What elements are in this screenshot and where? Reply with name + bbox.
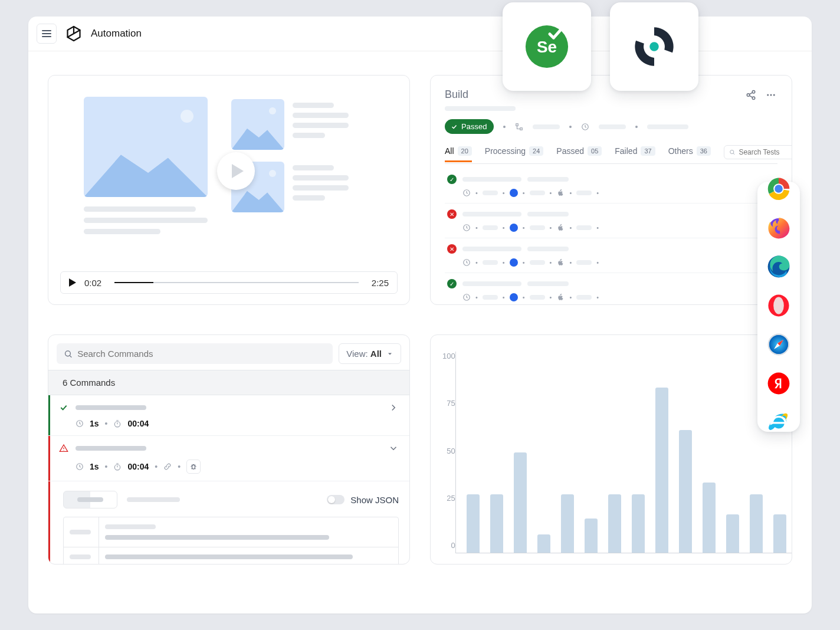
svg-rect-6 — [516, 123, 519, 126]
chart-bar — [773, 514, 786, 553]
command-detail-panel: Show JSON — [48, 481, 409, 565]
firefox-browser-item[interactable] — [767, 216, 790, 242]
svg-point-5 — [773, 94, 775, 96]
test-list: ✓ • • • • • • ✕ • • — [445, 169, 777, 305]
svg-text:Se: Se — [537, 38, 557, 56]
test-row[interactable]: ✓ • • • • • • — [445, 169, 777, 204]
test-row[interactable]: ✓ • • • • • • — [445, 273, 777, 305]
skeleton-line — [70, 554, 91, 559]
svg-point-4 — [770, 94, 772, 96]
detail-tab[interactable] — [63, 491, 117, 508]
test-row[interactable]: ✕ • • • • • • — [445, 204, 777, 238]
status-pill-label: Passed — [461, 122, 487, 131]
skeleton-line — [462, 247, 521, 251]
y-tick-label: 50 — [447, 447, 455, 455]
build-tab-all[interactable]: All20 — [445, 146, 472, 162]
command-timestamp: 00:04 — [127, 419, 149, 428]
play-icon[interactable] — [69, 278, 76, 287]
tests-search-input[interactable] — [724, 145, 792, 159]
build-tabs: All20Processing24Passed05Failed37Others3… — [445, 145, 777, 164]
y-tick-label: 0 — [451, 541, 455, 550]
skeleton-line — [293, 165, 334, 170]
svg-rect-7 — [520, 127, 523, 130]
skeleton-line — [293, 185, 349, 191]
chart-bar — [467, 494, 480, 553]
chrome-icon — [767, 177, 790, 201]
build-tab-others[interactable]: Others36 — [668, 146, 711, 162]
search-icon — [64, 349, 73, 359]
safari-browser-item[interactable] — [767, 333, 790, 359]
command-timestamp: 00:04 — [127, 462, 149, 471]
share-button[interactable] — [744, 88, 757, 101]
skeleton-line — [599, 124, 626, 129]
chart-bar — [490, 494, 503, 553]
chart-bar — [750, 494, 763, 553]
sync-logo-icon — [629, 21, 680, 72]
chart-bar — [632, 494, 645, 553]
skeleton-line — [530, 260, 545, 265]
apple-icon — [556, 293, 565, 301]
hamburger-menu-button[interactable] — [37, 24, 57, 44]
video-progress-bar[interactable] — [114, 282, 359, 283]
video-play-button[interactable] — [217, 152, 255, 190]
build-tab-passed[interactable]: Passed05 — [556, 146, 602, 162]
stopwatch-icon — [113, 462, 122, 471]
video-card: 0:02 2:25 — [48, 75, 410, 305]
test-row[interactable]: ✕ • • • • • • — [445, 238, 777, 273]
bug-button[interactable] — [186, 460, 201, 474]
chart-bar — [514, 452, 527, 553]
ie-browser-item[interactable] — [767, 411, 790, 437]
y-tick-label: 75 — [447, 399, 455, 408]
video-preview-left — [84, 97, 208, 234]
skeleton-line — [527, 177, 569, 182]
apple-icon — [556, 258, 565, 267]
apple-icon — [556, 224, 565, 232]
chrome-browser-item[interactable] — [767, 177, 790, 203]
chevron-down-icon[interactable] — [388, 443, 399, 454]
browser-list-card — [757, 182, 800, 432]
more-button[interactable] — [764, 88, 777, 101]
build-tab-failed[interactable]: Failed37 — [615, 146, 655, 162]
build-tab-processing[interactable]: Processing24 — [485, 146, 544, 162]
skeleton-line — [105, 524, 156, 529]
edge-browser-item[interactable] — [767, 255, 790, 281]
command-row[interactable]: 1s • 00:04 — [48, 395, 409, 436]
chart-bar — [679, 430, 692, 553]
svg-point-30 — [773, 297, 784, 314]
svg-point-22 — [649, 42, 658, 51]
build-title: Build — [445, 88, 468, 101]
browser-dot-icon — [510, 224, 518, 232]
tab-count-badge: 20 — [458, 146, 472, 156]
skeleton-line — [445, 106, 516, 111]
clock-icon — [462, 293, 471, 301]
opera-browser-item[interactable] — [767, 294, 790, 320]
commands-search-input[interactable] — [57, 343, 333, 364]
warning-icon — [59, 444, 68, 453]
skeleton-line — [530, 225, 545, 230]
commands-search-field[interactable] — [77, 349, 326, 359]
commands-count-header: 6 Commands — [48, 370, 409, 395]
skeleton-line — [576, 225, 592, 230]
yandex-browser-item[interactable] — [767, 372, 790, 398]
tests-search-field[interactable] — [739, 148, 792, 156]
skeleton-line — [576, 191, 592, 195]
yandex-icon — [767, 372, 790, 395]
chart-card: 1007550250 — [430, 334, 792, 565]
check-icon — [451, 123, 458, 130]
skeleton-line — [576, 260, 592, 265]
svg-point-3 — [767, 94, 769, 96]
chevron-right-icon[interactable] — [388, 402, 399, 413]
chevron-down-icon — [386, 350, 393, 357]
skeleton-line — [462, 281, 521, 286]
chart-bar — [655, 388, 668, 553]
content-grid: 0:02 2:25 Build — [28, 51, 812, 576]
show-json-toggle[interactable] — [327, 495, 344, 504]
selenium-logo-icon: Se — [523, 22, 571, 71]
share-icon — [746, 90, 756, 100]
skeleton-line — [127, 497, 180, 502]
skeleton-line — [527, 281, 569, 286]
svg-point-9 — [730, 150, 734, 154]
skeleton-line — [530, 295, 545, 300]
command-row[interactable]: 1s • 00:04 • • — [48, 436, 409, 481]
view-dropdown[interactable]: View: All — [339, 343, 401, 364]
